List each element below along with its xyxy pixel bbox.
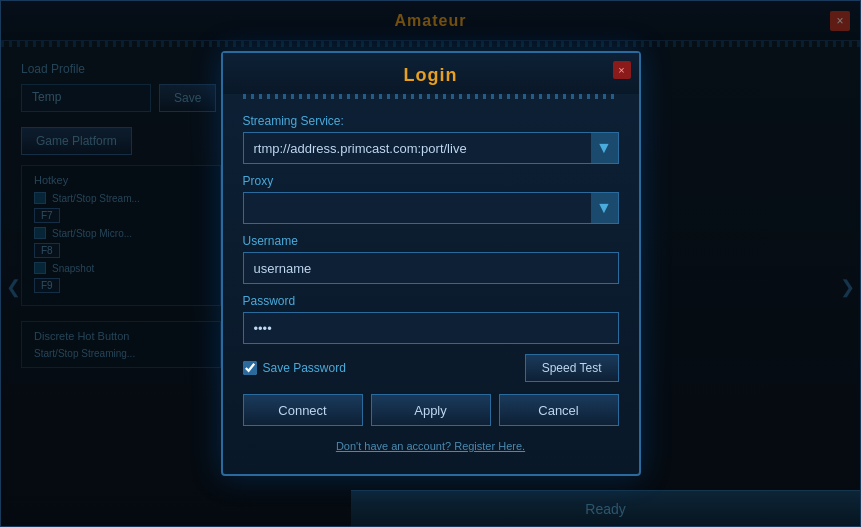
proxy-input[interactable] [243,192,619,224]
connect-button[interactable]: Connect [243,394,363,426]
modal-body: Streaming Service: ▼ Proxy ▼ Username Pa… [223,99,639,474]
save-password-label: Save Password [263,361,346,375]
modal-title-bar: Login × [223,53,639,94]
modal-dot-separator [243,94,619,99]
username-label: Username [243,234,619,248]
register-link[interactable]: Don't have an account? Register Here. [336,440,525,452]
modal-title: Login [404,65,458,85]
proxy-dropdown[interactable]: ▼ [591,192,619,224]
password-input[interactable] [243,312,619,344]
register-link-row: Don't have an account? Register Here. [243,436,619,454]
streaming-service-field-wrapper: ▼ [243,132,619,164]
streaming-service-input[interactable] [243,132,619,164]
streaming-service-dropdown[interactable]: ▼ [591,132,619,164]
login-modal: Login × Streaming Service: ▼ Proxy ▼ [221,51,641,476]
proxy-label: Proxy [243,174,619,188]
modal-overlay: Login × Streaming Service: ▼ Proxy ▼ [1,1,860,526]
password-label: Password [243,294,619,308]
cancel-button[interactable]: Cancel [499,394,619,426]
username-input[interactable] [243,252,619,284]
action-buttons-row: Connect Apply Cancel [243,394,619,426]
streaming-service-label: Streaming Service: [243,114,619,128]
save-password-row: Save Password Speed Test [243,354,619,382]
speed-test-button[interactable]: Speed Test [525,354,619,382]
apply-button[interactable]: Apply [371,394,491,426]
modal-close-button[interactable]: × [613,61,631,79]
app-window: Amateur × Load Profile Temp Save Save As… [0,0,861,527]
save-password-checkbox[interactable] [243,361,257,375]
proxy-field-wrapper: ▼ [243,192,619,224]
